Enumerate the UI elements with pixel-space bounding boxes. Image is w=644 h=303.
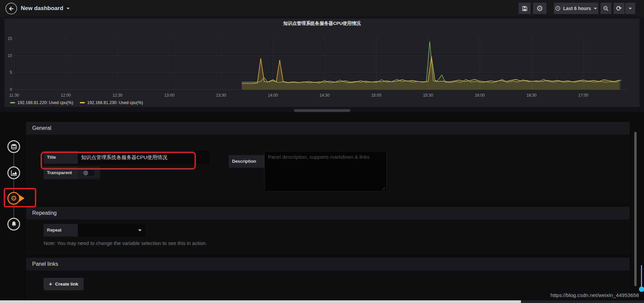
panel-links-heading: Panel links bbox=[32, 261, 58, 267]
section-body-panel-links bbox=[26, 270, 630, 300]
create-link-label: Create link bbox=[55, 282, 78, 287]
y-axis-tick-label: 10 bbox=[8, 53, 12, 58]
cpu-usage-chart: 11:3012:0012:3013:0013:3014:0014:3015:00… bbox=[4, 18, 640, 102]
transparent-toggle[interactable] bbox=[78, 166, 100, 179]
clock-icon bbox=[555, 6, 560, 11]
time-range-label: Last 6 hours bbox=[563, 6, 591, 11]
chevron-down-icon bbox=[629, 8, 632, 9]
legend-swatch bbox=[80, 102, 85, 103]
x-axis-tick-label: 11:30 bbox=[9, 93, 19, 98]
refresh-icon: ⟳ bbox=[616, 4, 622, 12]
tab-connector-line bbox=[13, 147, 14, 224]
back-button[interactable] bbox=[5, 3, 17, 14]
legend-item[interactable]: 192.168.81.230: Used cpu(%) bbox=[80, 100, 143, 105]
legend-label: 192.168.81.220: Used cpu(%) bbox=[17, 100, 73, 105]
bell-icon bbox=[10, 220, 18, 228]
repeating-heading: Repeating bbox=[32, 210, 57, 216]
x-axis-tick-label: 17:00 bbox=[578, 93, 588, 98]
description-textarea[interactable] bbox=[264, 151, 387, 192]
save-dashboard-button[interactable] bbox=[519, 3, 531, 14]
toggle-track bbox=[82, 169, 96, 176]
tab-queries[interactable] bbox=[7, 140, 20, 153]
legend-item[interactable]: 192.168.81.220: Used cpu(%) bbox=[10, 100, 73, 105]
section-header-repeating: Repeating bbox=[26, 207, 630, 219]
active-tab-arrow bbox=[19, 195, 24, 202]
x-axis-tick-label: 14:00 bbox=[268, 93, 278, 98]
tab-visualization[interactable] bbox=[7, 166, 20, 179]
grafana-panel-edit-page: New dashboard ⚙ Last 6 hours bbox=[0, 0, 644, 303]
x-axis-tick-label: 12:30 bbox=[113, 93, 123, 98]
dashboard-settings-button[interactable]: ⚙ bbox=[533, 3, 546, 14]
tab-alert[interactable] bbox=[7, 218, 20, 231]
dashboard-title[interactable]: New dashboard bbox=[21, 0, 70, 17]
y-axis-tick-label: 0 bbox=[10, 87, 12, 92]
arrow-left-icon bbox=[8, 6, 14, 12]
section-header-panel-links: Panel links bbox=[26, 258, 630, 270]
legend-swatch bbox=[10, 102, 15, 103]
zoom-out-icon bbox=[603, 6, 609, 11]
y-axis-tick-label: 5 bbox=[10, 70, 12, 75]
title-input[interactable] bbox=[78, 151, 210, 164]
x-axis-tick-label: 14:30 bbox=[320, 93, 330, 98]
database-icon bbox=[10, 143, 18, 151]
gear-icon: ⚙ bbox=[536, 4, 543, 13]
description-field-label: Description bbox=[229, 155, 264, 168]
plus-icon: + bbox=[49, 281, 52, 287]
vertical-scrollbar-thumb[interactable] bbox=[634, 132, 637, 286]
pane-resize-handle[interactable] bbox=[294, 109, 350, 112]
tab-general[interactable]: ⚙ bbox=[7, 192, 20, 205]
x-axis-tick-label: 15:30 bbox=[423, 93, 433, 98]
section-header-general: General bbox=[26, 122, 630, 135]
transparent-field-label: Transparent bbox=[44, 166, 78, 179]
pointer-dot bbox=[639, 287, 644, 292]
create-link-button[interactable]: + Create link bbox=[44, 278, 84, 290]
zoom-out-button[interactable] bbox=[600, 3, 611, 14]
repeat-field-label: Repeat bbox=[44, 224, 78, 237]
x-axis-tick-label: 15:00 bbox=[371, 93, 381, 98]
repeat-note: Note: You may need to change the variabl… bbox=[44, 240, 207, 246]
top-navbar: New dashboard ⚙ Last 6 hours bbox=[0, 0, 644, 17]
textarea-resize-handle[interactable] bbox=[382, 187, 385, 190]
x-axis-tick-label: 12:00 bbox=[61, 93, 71, 98]
general-gear-icon: ⚙ bbox=[11, 194, 17, 202]
graph-icon bbox=[10, 169, 18, 177]
repeat-select[interactable] bbox=[78, 224, 146, 237]
chevron-down-icon bbox=[138, 230, 142, 231]
watermark-url: https://blog.csdn.net/weixin_44953658 bbox=[550, 292, 639, 298]
legend-label: 192.168.81.230: Used cpu(%) bbox=[87, 100, 143, 105]
time-picker-button[interactable]: Last 6 hours bbox=[554, 3, 598, 14]
save-icon bbox=[522, 6, 528, 11]
pointer-trail bbox=[641, 265, 642, 289]
cpu-usage-panel: 知识点管理系统各服务器CPU使用情况 11:3012:0012:3013:001… bbox=[4, 18, 640, 107]
bottom-edge bbox=[521, 300, 644, 303]
bottom-scrollbar-track[interactable] bbox=[0, 300, 521, 303]
chevron-down-icon bbox=[66, 8, 70, 9]
y-axis-tick-label: 15 bbox=[8, 36, 12, 41]
refresh-interval-dropdown[interactable] bbox=[625, 3, 635, 14]
chart-legend: 192.168.81.220: Used cpu(%)192.168.81.23… bbox=[10, 100, 143, 105]
dashboard-title-label: New dashboard bbox=[21, 5, 63, 11]
title-field-label: Title bbox=[44, 151, 78, 164]
x-axis-tick-label: 13:30 bbox=[216, 93, 226, 98]
refresh-button[interactable]: ⟳ bbox=[613, 3, 625, 14]
toggle-knob bbox=[83, 170, 88, 175]
x-axis-tick-label: 13:00 bbox=[164, 93, 174, 98]
x-axis-tick-label: 16:30 bbox=[527, 93, 537, 98]
x-axis-tick-label: 16:00 bbox=[475, 93, 485, 98]
chevron-down-icon bbox=[594, 8, 597, 9]
general-heading: General bbox=[32, 125, 51, 131]
